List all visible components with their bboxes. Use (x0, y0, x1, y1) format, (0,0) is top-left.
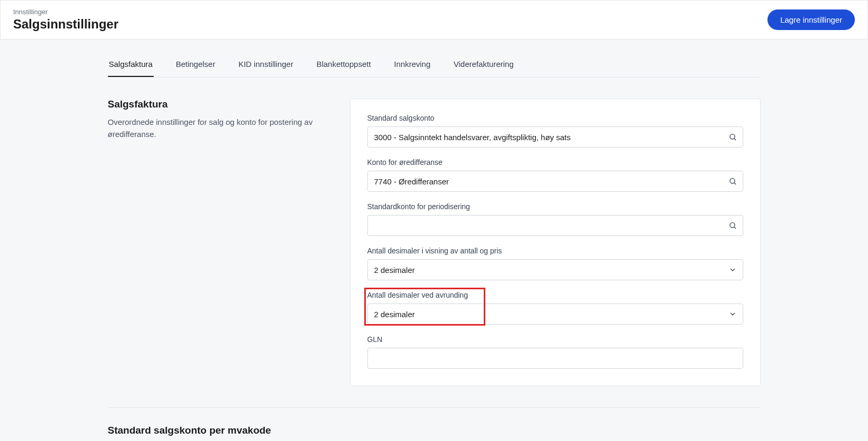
page-title: Salgsinnstillinger (13, 17, 118, 32)
input-wrapper-accrual-account (367, 215, 743, 236)
input-wrapper-decimal-display (367, 259, 743, 280)
main-section: Salgsfaktura Overordnede innstillinger f… (108, 99, 761, 386)
tab-innkreving[interactable]: Innkreving (393, 52, 432, 77)
save-settings-button[interactable]: Lagre innstillinger (767, 9, 855, 30)
tab-blankettoppsett[interactable]: Blankettoppsett (315, 52, 372, 77)
tabs-container: Salgsfaktura Betingelser KID innstilling… (108, 52, 761, 77)
select-decimal-display[interactable] (367, 259, 743, 280)
label-rounding-account: Konto for øredifferanse (367, 158, 743, 166)
input-rounding-account[interactable] (367, 171, 743, 192)
secondary-section-title: Standard salgskonto per mvakode (108, 425, 761, 436)
label-decimal-display: Antall desimaler i visning av antall og … (367, 247, 743, 255)
input-wrapper-rounding-account (367, 171, 743, 192)
secondary-section: Standard salgskonto per mvakode (108, 425, 761, 436)
label-sales-account: Standard salgskonto (367, 114, 743, 122)
tab-kid-innstillinger[interactable]: KID innstillinger (237, 52, 294, 77)
form-group-accrual-account: Standardkonto for periodisering (367, 202, 743, 236)
form-group-sales-account: Standard salgskonto (367, 114, 743, 148)
input-wrapper-gln (367, 348, 743, 369)
label-gln: GLN (367, 335, 743, 344)
section-divider (108, 407, 761, 408)
form-card: Standard salgskonto Konto for ørediffera… (350, 99, 761, 386)
input-accrual-account[interactable] (367, 215, 743, 236)
content-wrapper: Salgsfaktura Betingelser KID innstilling… (55, 52, 813, 436)
section-sidebar: Salgsfaktura Overordnede innstillinger f… (108, 99, 318, 140)
section-description: Overordnede innstillinger for salg og ko… (108, 116, 318, 140)
input-wrapper-decimal-rounding (367, 303, 743, 325)
tab-viderefakturering[interactable]: Viderefakturering (453, 52, 515, 77)
select-decimal-rounding[interactable] (367, 303, 743, 325)
page-header: Innstillinger Salgsinnstillinger Lagre i… (0, 0, 868, 40)
tab-betingelser[interactable]: Betingelser (175, 52, 216, 77)
form-group-decimal-rounding: Antall desimaler ved avrunding (367, 291, 743, 325)
input-wrapper-sales-account (367, 126, 743, 148)
header-titles: Innstillinger Salgsinnstillinger (13, 8, 118, 32)
breadcrumb: Innstillinger (13, 8, 118, 16)
form-group-rounding-account: Konto for øredifferanse (367, 158, 743, 192)
tab-salgsfaktura[interactable]: Salgsfaktura (108, 52, 154, 77)
label-decimal-rounding: Antall desimaler ved avrunding (367, 291, 743, 299)
section-title: Salgsfaktura (108, 99, 318, 110)
input-sales-account[interactable] (367, 126, 743, 148)
form-group-gln: GLN (367, 335, 743, 369)
form-group-decimal-display: Antall desimaler i visning av antall og … (367, 247, 743, 280)
input-gln[interactable] (367, 348, 743, 369)
label-accrual-account: Standardkonto for periodisering (367, 202, 743, 211)
